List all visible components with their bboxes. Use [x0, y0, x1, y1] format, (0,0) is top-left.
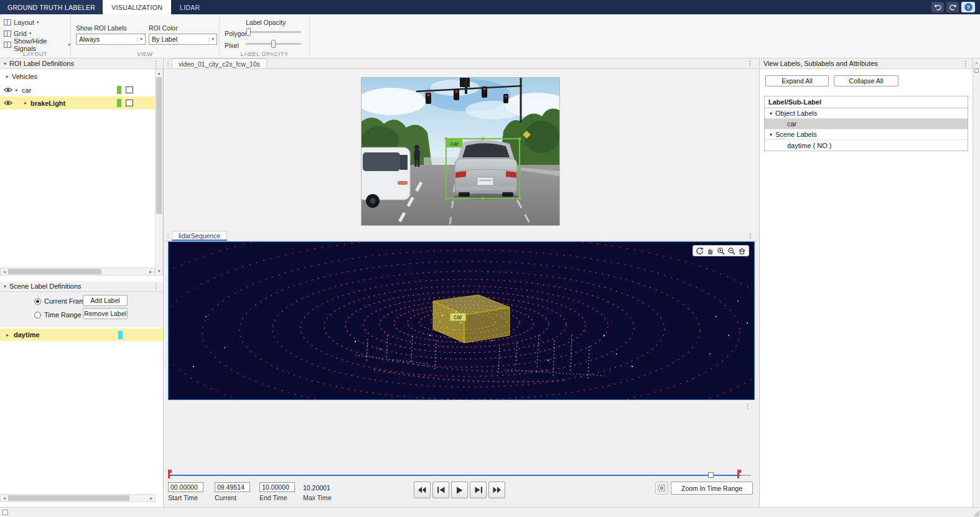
tab-ground-truth-labeler[interactable]: GROUND TRUTH LABELER: [0, 0, 103, 14]
zoom-in-time-range-button[interactable]: Zoom In Time Range: [671, 482, 753, 495]
zoom-in-icon[interactable]: [716, 246, 726, 256]
eye-icon[interactable]: [4, 100, 13, 107]
add-label-button[interactable]: Add Label: [83, 295, 128, 306]
scroll-up-icon[interactable]: ▴: [156, 70, 163, 77]
scroll-right-icon[interactable]: ▸: [147, 495, 155, 502]
panel-menu-icon[interactable]: ⋮: [152, 282, 159, 291]
resize-grip-icon[interactable]: [973, 510, 979, 516]
roi-group-vehicles[interactable]: ▾ Vehicles: [0, 70, 155, 83]
video-frame[interactable]: car: [362, 78, 559, 225]
panel-drag-handle[interactable]: ⋮: [164, 231, 172, 241]
current-time-thumb[interactable]: [708, 472, 714, 478]
scroll-left-icon[interactable]: ◂: [1, 495, 8, 502]
silver-sedan: [454, 140, 518, 200]
scroll-left-icon[interactable]: ◂: [1, 268, 8, 276]
lidar-scene: car: [169, 242, 754, 399]
pixel-opacity-slider[interactable]: [245, 43, 301, 45]
scene-item-daytime[interactable]: ▸ daytime: [0, 328, 163, 341]
remove-label-button[interactable]: Remove Label: [83, 308, 128, 319]
table-row-car[interactable]: car: [765, 119, 968, 129]
lidar-point-cloud-view[interactable]: car: [168, 241, 755, 400]
show-roi-labels-select[interactable]: Always ▾: [76, 34, 146, 45]
roi-item-brakelight[interactable]: ▸ brakeLight: [0, 96, 155, 109]
panel-drag-handle[interactable]: ⋮: [164, 58, 172, 68]
expand-strip-icon[interactable]: »: [973, 60, 980, 66]
timeline-slider[interactable]: [168, 471, 751, 480]
scroll-down-icon[interactable]: ▾: [156, 268, 163, 275]
eye-icon[interactable]: [4, 86, 13, 94]
rectangle-roi-icon: [126, 100, 133, 106]
lidar-ground-returns: [374, 360, 567, 382]
status-left-icon[interactable]: [2, 510, 8, 515]
tab-lidar-signal[interactable]: lidarSequence: [172, 231, 227, 241]
lidar-cuboid[interactable]: car: [433, 295, 510, 343]
start-flag-marker[interactable]: [168, 470, 170, 478]
polygon-opacity-slider[interactable]: [245, 31, 301, 33]
table-row-object-labels[interactable]: ▾ Object Labels: [765, 108, 968, 119]
rewind-button[interactable]: [414, 482, 431, 498]
roi-color-swatch[interactable]: [117, 99, 121, 107]
timeline-track[interactable]: [169, 475, 740, 476]
zoom-out-icon[interactable]: [727, 246, 736, 256]
end-time-field[interactable]: [259, 482, 295, 492]
collapse-icon[interactable]: ▾: [4, 284, 6, 289]
fast-forward-button[interactable]: [488, 482, 505, 498]
pixel-slider-thumb[interactable]: [271, 40, 276, 48]
panel-menu-icon[interactable]: ⋮: [962, 60, 969, 68]
scrollbar-thumb[interactable]: [8, 495, 129, 501]
previous-frame-button[interactable]: [432, 482, 449, 498]
end-flag-marker[interactable]: [737, 470, 739, 478]
roi-color-swatch[interactable]: [117, 86, 121, 94]
time-range-selection-icon[interactable]: [655, 482, 668, 495]
left-bottom-scrollbar[interactable]: ◂ ▸: [0, 494, 156, 502]
scroll-right-icon[interactable]: ▸: [147, 268, 154, 276]
roi-item-car[interactable]: ▸ car: [0, 83, 155, 96]
scene-color-swatch[interactable]: [118, 331, 123, 339]
chevron-down-icon[interactable]: ▾: [770, 111, 772, 116]
chevron-right-icon[interactable]: ▸: [6, 332, 9, 338]
panel-menu-icon[interactable]: ⋮: [743, 58, 757, 68]
roi-horizontal-scrollbar[interactable]: ◂ ▸: [0, 268, 155, 276]
radio-time-range[interactable]: Time Range: [34, 311, 82, 319]
chevron-down-icon[interactable]: ▾: [6, 74, 8, 80]
chevron-right-icon[interactable]: ▸: [24, 100, 27, 106]
roi-color-label: ROI Color: [149, 24, 178, 32]
tab-visualization[interactable]: VISUALIZATION: [103, 0, 171, 14]
attributes-header: View Labels, Sublabels and Attributes ⋮: [760, 58, 973, 69]
tab-video-signal[interactable]: video_01_city_c2s_fcw_10s: [172, 58, 267, 68]
scrollbar-thumb[interactable]: [8, 269, 101, 274]
collapse-all-button[interactable]: Collapse All: [834, 75, 898, 86]
table-header: Label/Sub-Label: [765, 96, 968, 108]
next-frame-button[interactable]: [470, 482, 487, 498]
chevron-down-icon[interactable]: ▾: [770, 132, 772, 137]
section-label-view: VIEW: [71, 51, 219, 57]
collapse-icon[interactable]: ▾: [4, 61, 6, 67]
radio-current-frame[interactable]: Current Frame: [34, 297, 89, 305]
show-hide-signals-dropdown[interactable]: Show/Hide Signals ▾: [0, 39, 70, 50]
play-button[interactable]: [451, 482, 468, 498]
expand-all-button[interactable]: Expand All: [765, 75, 829, 86]
roi-color-select[interactable]: By Label ▾: [149, 34, 217, 45]
table-row-daytime[interactable]: daytime ( NO ): [765, 140, 968, 151]
roi-vertical-scrollbar[interactable]: ▴ ▾: [155, 69, 163, 276]
start-time-field[interactable]: [168, 482, 203, 492]
current-time-field[interactable]: [215, 482, 250, 492]
chevron-right-icon[interactable]: ▸: [16, 87, 18, 93]
lidar-cuboid-label: car: [454, 314, 463, 320]
layout-dropdown[interactable]: Layout ▾: [0, 17, 70, 28]
panel-menu-icon[interactable]: ⋮: [743, 231, 757, 241]
redo-icon[interactable]: [946, 2, 959, 12]
tab-lidar[interactable]: LIDAR: [171, 0, 208, 14]
home-view-icon[interactable]: [737, 246, 747, 256]
panel-menu-icon[interactable]: ⋮: [152, 60, 159, 68]
panel-strip-icon[interactable]: [974, 68, 979, 73]
panel-menu-icon[interactable]: ⋮: [744, 403, 751, 411]
undo-icon[interactable]: [931, 2, 944, 12]
rotate-icon[interactable]: [695, 246, 704, 256]
timeline-track-overflow: [740, 475, 751, 476]
scrollbar-thumb[interactable]: [156, 77, 162, 214]
help-icon[interactable]: ?: [961, 2, 975, 12]
polygon-slider-thumb[interactable]: [246, 28, 251, 36]
table-row-scene-labels[interactable]: ▾ Scene Labels: [765, 129, 968, 140]
pan-hand-icon[interactable]: [706, 246, 715, 256]
